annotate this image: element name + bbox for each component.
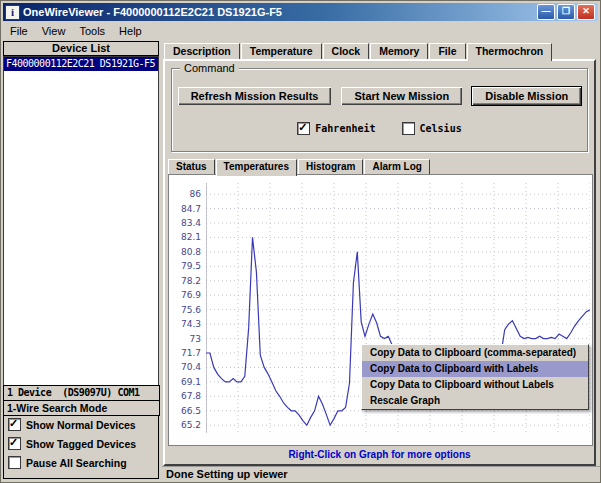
y-axis-label: 79.5	[181, 261, 201, 271]
device-count-label: 1 Device (DS9097U) COM1	[3, 385, 160, 401]
checkbox-label: Show Normal Devices	[26, 419, 136, 431]
y-axis-label: 75.6	[181, 305, 201, 315]
sub-tabs: Status Temperatures Histogram Alarm Log	[168, 157, 431, 174]
checkbox-label: Pause All Searching	[26, 457, 127, 469]
tab-temperature[interactable]: Temperature	[241, 43, 322, 59]
title-bar[interactable]: i OneWireViewer - F4000000112E2C21 DS192…	[3, 3, 598, 21]
unit-selection: Fahrenheit Celsius	[172, 122, 587, 135]
menu-help[interactable]: Help	[112, 24, 149, 38]
context-menu: Copy Data to Clipboard (comma-separated)…	[361, 344, 589, 410]
y-axis-label: 70.4	[181, 362, 201, 372]
device-list-header: Device List	[3, 41, 159, 56]
y-axis-label: 86	[190, 189, 201, 199]
checkbox-label: Show Tagged Devices	[26, 438, 136, 450]
close-button[interactable]: ✕	[577, 4, 595, 20]
main-panel: Description Temperature Clock Memory Fil…	[162, 40, 598, 480]
refresh-mission-results-button[interactable]: Refresh Mission Results	[178, 87, 332, 105]
minimize-button[interactable]: —	[537, 4, 555, 20]
menu-tools[interactable]: Tools	[72, 24, 112, 38]
search-mode-options: Show Normal Devices Show Tagged Devices …	[3, 415, 159, 479]
y-axis-label: 69.1	[181, 377, 201, 387]
menu-file[interactable]: File	[3, 24, 35, 38]
tab-memory[interactable]: Memory	[370, 43, 428, 59]
checkbox-pause-all-searching[interactable]: Pause All Searching	[4, 453, 158, 472]
command-buttons: Refresh Mission Results Start New Missio…	[172, 87, 587, 105]
command-group: Command Refresh Mission Results Start Ne…	[171, 68, 588, 152]
disable-mission-button[interactable]: Disable Mission	[472, 87, 581, 105]
checkbox-show-normal-devices[interactable]: Show Normal Devices	[4, 415, 158, 434]
device-panel: Device List F4000000112E2C21 DS1921G-F5 …	[3, 40, 161, 480]
menu-item-copy-with-labels[interactable]: Copy Data to Clipboard with Labels	[362, 361, 588, 377]
checkbox-icon[interactable]	[402, 122, 415, 135]
tab-file[interactable]: File	[429, 43, 465, 59]
device-list-item[interactable]: F4000000112E2C21 DS1921G-F5	[4, 57, 158, 71]
y-axis-label: 76.9	[181, 290, 201, 300]
start-new-mission-button[interactable]: Start New Mission	[341, 87, 462, 105]
tab-clock[interactable]: Clock	[323, 43, 370, 59]
maximize-button[interactable]: ❐	[557, 4, 575, 20]
tab-status[interactable]: Status	[168, 159, 215, 174]
app-window: i OneWireViewer - F4000000112E2C21 DS192…	[0, 0, 601, 483]
tab-alarm-log[interactable]: Alarm Log	[364, 159, 429, 174]
tab-temperatures[interactable]: Temperatures	[216, 159, 297, 176]
menu-item-copy-comma-separated[interactable]: Copy Data to Clipboard (comma-separated)	[362, 345, 588, 361]
menu-item-rescale-graph[interactable]: Rescale Graph	[362, 393, 588, 409]
search-mode-header: 1-Wire Search Mode	[3, 400, 160, 416]
status-bar: Done Setting up viewer	[162, 466, 600, 481]
y-axis-label: 71.7	[181, 348, 201, 358]
checkbox-celsius[interactable]: Celsius	[402, 122, 462, 135]
device-list[interactable]: F4000000112E2C21 DS1921G-F5	[3, 56, 159, 386]
tab-histogram[interactable]: Histogram	[298, 159, 363, 174]
tab-description[interactable]: Description	[164, 43, 240, 59]
menu-bar: File View Tools Help	[3, 22, 598, 39]
y-axis-label: 80.8	[181, 247, 201, 257]
checkbox-icon[interactable]	[8, 437, 21, 450]
checkbox-show-tagged-devices[interactable]: Show Tagged Devices	[4, 434, 158, 453]
checkbox-label: Fahrenheit	[315, 123, 375, 134]
y-axis-label: 67.8	[181, 391, 201, 401]
y-axis-label: 73	[190, 334, 201, 344]
y-axis-label: 66.5	[181, 406, 201, 416]
main-tabs: Description Temperature Clock Memory Fil…	[164, 41, 553, 59]
y-axis-label: 84.7	[181, 204, 201, 214]
checkbox-fahrenheit[interactable]: Fahrenheit	[297, 122, 375, 135]
window-controls: — ❐ ✕	[537, 4, 598, 20]
checkbox-icon[interactable]	[8, 418, 21, 431]
menu-view[interactable]: View	[35, 24, 73, 38]
tab-thermochron[interactable]: Thermochron	[467, 43, 553, 61]
app-icon: i	[5, 5, 20, 20]
menu-item-copy-without-labels[interactable]: Copy Data to Clipboard without Labels	[362, 377, 588, 393]
y-axis-labels: 8684.783.482.180.879.578.276.975.674.373…	[169, 175, 204, 445]
graph-hint: Right-Click on Graph for more options	[165, 449, 594, 460]
y-axis-label: 83.4	[181, 218, 201, 228]
y-axis-label: 74.3	[181, 319, 201, 329]
checkbox-icon[interactable]	[8, 456, 21, 469]
y-axis-label: 82.1	[181, 232, 201, 242]
checkbox-icon[interactable]	[297, 122, 310, 135]
command-group-title: Command	[180, 62, 239, 74]
y-axis-label: 65.2	[181, 420, 201, 430]
y-axis-label: 78.2	[181, 276, 201, 286]
checkbox-label: Celsius	[420, 123, 462, 134]
window-title: OneWireViewer - F4000000112E2C21 DS1921G…	[23, 6, 282, 18]
